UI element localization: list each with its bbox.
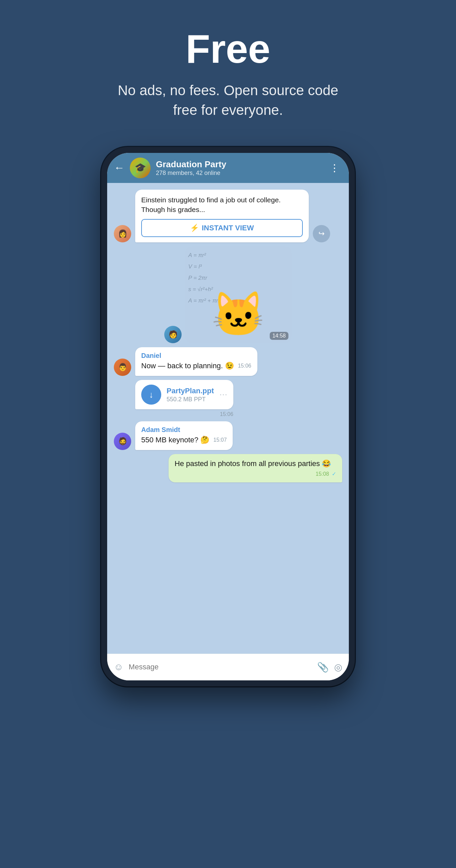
- instant-view-label: INSTANT VIEW: [202, 224, 254, 232]
- chat-area: 👩 Einstein struggled to find a job out o…: [107, 183, 349, 654]
- forward-button[interactable]: ↪: [313, 225, 330, 242]
- message-bubble: Daniel Now — back to planning. 😉 15:06: [135, 347, 257, 376]
- table-row: ↓ PartyPlan.ppt 550.2 MB PPT ⋯ 15:06: [114, 380, 342, 417]
- avatar: 👨: [114, 359, 131, 376]
- lightning-icon: ⚡: [190, 224, 199, 232]
- file-more-button[interactable]: ⋯: [219, 390, 227, 399]
- sticker-time: 14:58: [270, 332, 288, 340]
- avatar: 🧔: [114, 433, 131, 450]
- checkmark-icon: ✓: [332, 471, 336, 477]
- sticker-row: 🧑 A = πr² V = l³ P = 2πr s = √r²+h² A = …: [114, 246, 342, 343]
- download-button[interactable]: ↓: [141, 384, 161, 405]
- file-time: 15:06: [135, 411, 233, 417]
- emoji-button[interactable]: ☺: [114, 662, 123, 672]
- file-name: PartyPlan.ppt: [166, 386, 214, 395]
- back-button[interactable]: ←: [114, 162, 124, 174]
- message-sender: Daniel: [141, 352, 251, 360]
- group-status: 278 members, 42 online: [156, 169, 327, 177]
- message-text: 550 MB keynote? 🤔 15:07: [141, 435, 227, 445]
- message-input[interactable]: [129, 663, 312, 671]
- avatar: 🧑: [164, 326, 182, 343]
- avatar: 👩: [114, 225, 131, 242]
- own-message-bubble: He pasted in photos from all previous pa…: [169, 454, 342, 483]
- phone-outer: ← 🎓 Graduation Party 278 members, 42 onl…: [101, 147, 355, 686]
- instant-view-button[interactable]: ⚡ INSTANT VIEW: [141, 219, 303, 237]
- hero-section: Free No ads, no fees. Open source code f…: [98, 0, 358, 140]
- file-size: 550.2 MB PPT: [166, 396, 214, 403]
- phone-inner: ← 🎓 Graduation Party 278 members, 42 onl…: [107, 153, 349, 680]
- table-row: 👩 Einstein struggled to find a job out o…: [114, 190, 342, 243]
- input-bar: ☺ 📎 ◎: [107, 654, 349, 680]
- header-info: Graduation Party 278 members, 42 online: [156, 159, 327, 177]
- group-avatar: 🎓: [130, 158, 151, 178]
- iv-text: Einstein struggled to find a job out of …: [141, 195, 303, 215]
- table-row: He pasted in photos from all previous pa…: [114, 454, 342, 483]
- instant-view-bubble: Einstein struggled to find a job out of …: [135, 190, 309, 243]
- message-time: 15:08 ✓: [316, 470, 336, 478]
- sticker-message: A = πr² V = l³ P = 2πr s = √r²+h² A = πr…: [185, 246, 292, 343]
- file-info: PartyPlan.ppt 550.2 MB PPT: [166, 386, 214, 403]
- file-message: ↓ PartyPlan.ppt 550.2 MB PPT ⋯: [135, 380, 233, 409]
- message-time: 15:07: [213, 436, 227, 444]
- chat-header: ← 🎓 Graduation Party 278 members, 42 onl…: [107, 153, 349, 183]
- more-button[interactable]: ⋮: [327, 159, 342, 176]
- table-row: 👨 Daniel Now — back to planning. 😉 15:06: [114, 347, 342, 376]
- file-bubble-wrapper: ↓ PartyPlan.ppt 550.2 MB PPT ⋯ 15:06: [135, 380, 233, 417]
- table-row: 🧔 Adam Smidt 550 MB keynote? 🤔 15:07: [114, 421, 342, 450]
- attach-button[interactable]: 📎: [317, 662, 329, 673]
- cat-sticker: 🐱: [211, 289, 265, 340]
- group-name: Graduation Party: [156, 159, 327, 169]
- hero-subtitle: No ads, no fees. Open source code free f…: [111, 81, 345, 120]
- message-text: He pasted in photos from all previous pa…: [175, 459, 336, 469]
- message-sender: Adam Smidt: [141, 426, 227, 434]
- camera-button[interactable]: ◎: [334, 662, 342, 673]
- message-time: 15:06: [238, 362, 251, 370]
- message-bubble: Adam Smidt 550 MB keynote? 🤔 15:07: [135, 421, 233, 450]
- phone-wrapper: ← 🎓 Graduation Party 278 members, 42 onl…: [101, 147, 355, 686]
- hero-title: Free: [111, 27, 345, 71]
- message-text: Now — back to planning. 😉 15:06: [141, 361, 251, 371]
